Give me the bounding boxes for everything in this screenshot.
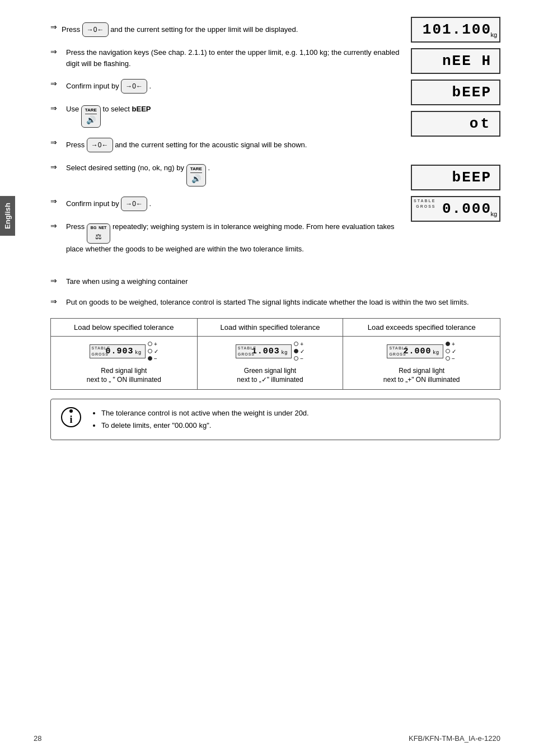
step-1-text: Press →0← and the current setting for th…: [62, 22, 298, 37]
step-3-text: Confirm input by →0← .: [66, 79, 400, 94]
col-header-within: Load within specified tolerance: [197, 318, 343, 336]
step-1-content: ⇒ Press →0← and the current setting for …: [50, 22, 298, 37]
displays-col: 101.100kg nEE H bEEP ot bEEP: [411, 17, 500, 265]
step-6: ⇒ Select desired setting (no, ok, ng) by…: [50, 162, 400, 186]
exceeds-display-wrap: STABLE GROSS 2.000 kg + ✓ −: [349, 341, 494, 362]
display-zero: STABLE GROSS 0.000kg: [411, 196, 500, 222]
step-arrow: ⇒: [50, 104, 57, 113]
below-kg: kg: [135, 349, 142, 355]
within-kg: kg: [282, 349, 288, 355]
tare-step-1: ⇒ Tare when using a weighing container: [50, 276, 500, 287]
step-8: ⇒ Press BGNET ⚖ repeatedly; weighing sys…: [50, 221, 400, 255]
col-header-below: Load below specified tolerance: [51, 318, 198, 336]
check-dot: [446, 349, 450, 353]
step-4: ⇒ Use TARE🔊 to select bEEP: [50, 104, 400, 128]
col-header-exceeds: Load exceeds specified tolerance: [343, 318, 500, 336]
tare-button[interactable]: TARE🔊: [186, 164, 206, 186]
step-6-text: Select desired setting (no, ok, ng) by T…: [66, 162, 400, 186]
display-value: bEEP: [452, 84, 491, 101]
plus-dot: [148, 342, 152, 346]
step-8-text: Press BGNET ⚖ repeatedly; weighing syste…: [66, 221, 400, 255]
step-5-text: Press →0← and the current setting for th…: [66, 138, 400, 152]
bg-net-button[interactable]: BGNET ⚖: [87, 223, 111, 244]
doc-code: KFB/KFN-TM-BA_IA-e-1220: [409, 734, 500, 743]
display-beep2: bEEP: [411, 165, 500, 190]
tare-step-1-text: Tare when using a weighing container: [66, 276, 500, 287]
within-lights: + ✓ −: [294, 341, 305, 362]
plus-dot: [294, 342, 298, 346]
check-dot: [148, 349, 152, 353]
step-arrow: ⇒: [50, 162, 57, 171]
step-arrow: ⇒: [50, 138, 57, 147]
info-item-2: To delete limits, enter "00.000 kg".: [101, 419, 309, 432]
display-ot: ot: [411, 111, 500, 137]
below-mini-display: STABLE GROSS 0.903 kg: [90, 344, 146, 358]
step-4-text: Use TARE🔊 to select bEEP: [66, 104, 400, 128]
display-value: ot: [470, 115, 491, 132]
steps-col: ⇒ Press →0← and the current setting for …: [50, 22, 400, 265]
cell-exceeds: STABLE GROSS 2.000 kg + ✓ − Red si: [343, 336, 500, 390]
step-1: ⇒ Press →0← and the current setting for …: [50, 22, 400, 37]
within-caption: Green signal lightnext to „✓" illuminate…: [203, 366, 338, 385]
minus-dot: [446, 356, 450, 361]
step-arrow: ⇒: [50, 297, 57, 306]
page: English ⇒ Press →0← and the current sett…: [0, 0, 534, 756]
light-minus-off: −: [294, 356, 305, 362]
table-row-displays: STABLE GROSS 0.903 kg + ✓ − Red si: [51, 336, 500, 390]
enter-button[interactable]: →0←: [87, 138, 113, 152]
info-item-1: The tolerance control is not active when…: [101, 407, 309, 419]
light-plus-on: +: [446, 341, 456, 347]
tare-button[interactable]: TARE🔊: [81, 105, 101, 128]
display-value: 0.000: [442, 200, 491, 217]
minus-dot: [148, 356, 152, 361]
step-7: ⇒ Confirm input by →0← .: [50, 197, 400, 211]
page-footer: 28 KFB/KFN-TM-BA_IA-e-1220: [34, 734, 500, 743]
light-check-on: ✓: [294, 348, 305, 354]
enter-button[interactable]: →0←: [121, 79, 147, 94]
light-check-off: ✓: [446, 348, 456, 354]
enter-button[interactable]: →0←: [121, 197, 147, 211]
sidebar-label: English: [3, 203, 12, 229]
tare-step-2-text: Put on goods to be weighed, tolerance co…: [66, 297, 500, 308]
below-display-wrap: STABLE GROSS 0.903 kg + ✓ −: [57, 341, 191, 362]
step-arrow: ⇒: [50, 79, 57, 88]
within-display-wrap: STABLE GROSS 1.003 kg + ✓ −: [203, 341, 338, 362]
page-number: 28: [34, 734, 41, 743]
step-arrow: ⇒: [50, 197, 57, 206]
cell-below: STABLE GROSS 0.903 kg + ✓ − Red si: [51, 336, 198, 390]
step-arrow: ⇒: [50, 22, 57, 31]
info-dot: [69, 409, 73, 413]
exceeds-lights: + ✓ −: [446, 341, 456, 362]
step-5: ⇒ Press →0← and the current setting for …: [50, 138, 400, 152]
light-minus-on: −: [148, 356, 158, 362]
tolerance-table: Load below specified tolerance Load with…: [50, 318, 500, 390]
plus-dot: [446, 342, 450, 346]
content-area: ⇒ Press →0← and the current setting for …: [50, 22, 500, 440]
enter-button[interactable]: →0←: [82, 22, 109, 37]
display-neeh: nEE H: [411, 48, 500, 74]
check-dot: [294, 349, 298, 353]
step-arrow: ⇒: [50, 221, 57, 230]
step-7-text: Confirm input by →0← .: [66, 197, 400, 211]
display-value: bEEP: [452, 169, 491, 186]
info-box: i The tolerance control is not active wh…: [50, 399, 500, 440]
spacer: [50, 265, 500, 276]
light-check-off: ✓: [148, 348, 158, 354]
light-plus-off: +: [148, 341, 158, 347]
display-value: nEE H: [442, 53, 491, 69]
info-content: The tolerance control is not active when…: [91, 407, 309, 432]
minus-dot: [294, 356, 298, 361]
display-upper-limit: 101.100kg: [411, 17, 500, 43]
steps-and-displays: ⇒ Press →0← and the current setting for …: [50, 22, 500, 265]
light-plus-off: +: [294, 341, 305, 347]
step-arrow: ⇒: [50, 276, 57, 285]
within-mini-display: STABLE GROSS 1.003 kg: [236, 344, 292, 358]
step-arrow: ⇒: [50, 47, 57, 56]
display-beep1: bEEP: [411, 80, 500, 105]
cell-within: STABLE GROSS 1.003 kg + ✓ − Green: [197, 336, 343, 390]
sidebar-english-tab: English: [0, 196, 15, 236]
step-2-text: Press the navigation keys (See chap. 2.1…: [66, 47, 400, 69]
exceeds-mini-display: STABLE GROSS 2.000 kg: [387, 344, 443, 358]
light-minus-off: −: [446, 356, 456, 362]
tare-step-2: ⇒ Put on goods to be weighed, tolerance …: [50, 297, 500, 308]
